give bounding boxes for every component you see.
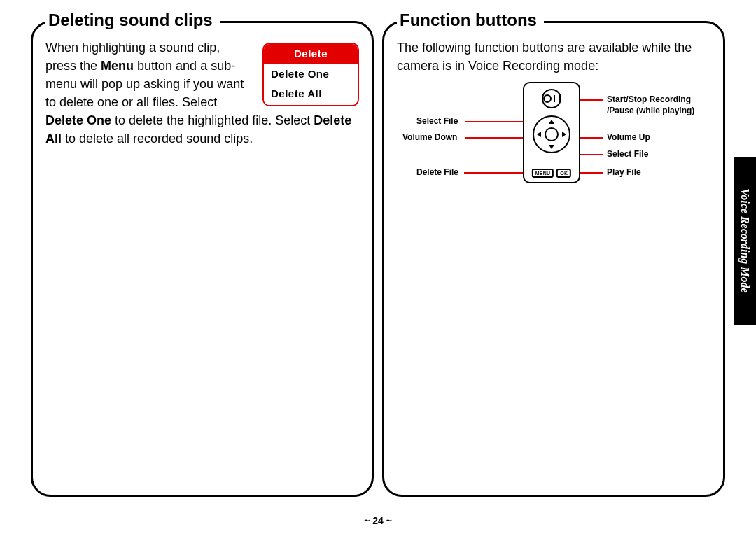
- dpad-right-icon: [562, 132, 566, 137]
- left-heading-tab: Deleting sound clips: [46, 10, 359, 30]
- lead-line: [465, 137, 528, 139]
- controller-body: MENU OK: [523, 82, 580, 183]
- menu-button-label: MENU: [532, 169, 554, 178]
- side-tab: Voice Recording Mode: [734, 157, 756, 325]
- label-select-file-left: Select File: [416, 116, 458, 127]
- label-play-file: Play File: [607, 167, 641, 178]
- side-tab-label: Voice Recording Mode: [738, 188, 751, 292]
- label-volume-up: Volume Up: [607, 132, 650, 143]
- manual-page: Deleting sound clips Delete Delete One D…: [0, 0, 756, 536]
- delete-one-bold: Delete One: [46, 113, 111, 127]
- page-number: ~ 24 ~: [0, 515, 756, 526]
- left-heading: Deleting sound clips: [46, 10, 220, 30]
- delete-submenu-item-all: Delete All: [264, 84, 358, 106]
- right-intro: The following function buttons are avail…: [397, 38, 710, 75]
- label-delete-file: Delete File: [416, 167, 458, 178]
- left-panel: Deleting sound clips Delete Delete One D…: [31, 21, 374, 497]
- lead-line: [465, 121, 530, 122]
- delete-submenu-item-one: Delete One: [264, 64, 358, 84]
- dpad-up-icon: [549, 120, 554, 124]
- right-panel: Function buttons The following function …: [382, 21, 725, 497]
- delete-submenu-header: Delete: [264, 44, 358, 64]
- label-volume-down: Volume Down: [402, 132, 457, 143]
- dpad-center-icon: [545, 127, 559, 141]
- label-pause: /Pause (while playing): [607, 106, 694, 116]
- left-text-3: to delete the highlighted file. Select: [111, 113, 314, 127]
- right-heading: Function buttons: [397, 10, 544, 30]
- ok-button-label: OK: [556, 169, 571, 178]
- left-text-4: to delete all recorded sound clips.: [62, 132, 253, 146]
- menu-word: Menu: [101, 59, 134, 73]
- label-select-file-right: Select File: [607, 149, 648, 160]
- dpad-icon: [533, 115, 570, 153]
- record-button-icon: [542, 89, 561, 108]
- right-heading-tab: Function buttons: [397, 10, 710, 30]
- label-start-stop: Start/Stop Recording: [607, 94, 691, 105]
- dpad-down-icon: [549, 145, 554, 149]
- controller-diagram: Select File Volume Down Delete File Star…: [397, 82, 710, 222]
- left-body: Delete Delete One Delete All When highli…: [46, 38, 359, 148]
- dpad-left-icon: [537, 132, 541, 137]
- columns: Deleting sound clips Delete Delete One D…: [0, 0, 756, 536]
- menu-ok-buttons: MENU OK: [532, 169, 571, 178]
- delete-submenu: Delete Delete One Delete All: [262, 43, 359, 106]
